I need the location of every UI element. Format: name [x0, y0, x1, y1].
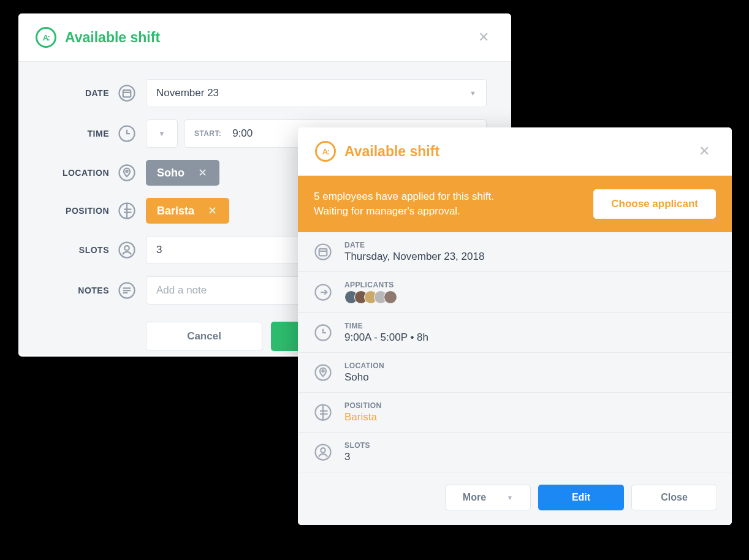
chevron-down-icon: ▼: [470, 89, 476, 97]
time-label: TIME: [36, 129, 109, 138]
banner-line2: Waiting for manager's approval.: [314, 204, 494, 219]
slots-icon: [313, 442, 333, 463]
position-icon: [313, 402, 333, 423]
calendar-icon: [313, 241, 333, 262]
date-label: DATE: [36, 88, 109, 98]
chevron-down-icon: ▼: [159, 130, 165, 137]
detail-position-row: POSITION Barista: [298, 393, 732, 433]
notes-icon: [116, 280, 137, 301]
detail-location-row: LOCATION Soho: [298, 353, 732, 393]
slots-label: SLOTS: [344, 441, 717, 450]
location-icon: [313, 362, 333, 383]
remove-position-icon[interactable]: ✕: [204, 204, 221, 218]
start-prefix: START:: [194, 129, 221, 138]
avatar[interactable]: [384, 290, 397, 304]
position-chip: Barista ✕: [146, 198, 229, 224]
location-chip: Soho ✕: [146, 160, 219, 186]
date-value: Thursday, November 23, 2018: [344, 251, 717, 263]
remove-location-icon[interactable]: ✕: [194, 166, 211, 180]
banner-line1: 5 employees have applied for this shift.: [314, 189, 494, 204]
time-value: 9:00A - 5:00P • 8h: [344, 331, 717, 344]
time-preset-select[interactable]: ▼: [146, 119, 178, 148]
clock-icon: [116, 123, 137, 144]
modal-title: Available shift: [344, 143, 439, 160]
applicant-avatars[interactable]: [344, 290, 717, 304]
detail-slots-row: SLOTS 3: [298, 433, 732, 472]
app-logo-icon: A:: [315, 141, 336, 162]
svg-rect-1: [123, 90, 131, 97]
modal-header: A: Available shift ✕: [18, 13, 511, 62]
detail-time-row: TIME 9:00A - 5:00P • 8h: [298, 313, 732, 353]
svg-point-9: [316, 244, 331, 260]
slots-value: 3: [344, 451, 717, 463]
applicants-label: APPLICANTS: [344, 281, 717, 289]
location-label: LOCATION: [344, 361, 717, 370]
notes-placeholder: Add a note: [156, 284, 207, 297]
close-icon[interactable]: ✕: [694, 141, 715, 162]
location-value: Soho: [344, 371, 717, 384]
date-select[interactable]: November 23 ▼: [146, 79, 487, 107]
close-icon[interactable]: ✕: [473, 27, 494, 48]
time-label: TIME: [344, 322, 717, 330]
more-dropdown[interactable]: More ▼: [445, 485, 531, 510]
notes-label: NOTES: [36, 286, 109, 295]
slots-icon: [116, 240, 137, 260]
date-label: DATE: [344, 241, 717, 249]
status-banner: 5 employees have applied for this shift.…: [298, 176, 732, 232]
svg-point-4: [126, 170, 127, 172]
location-chip-text: Soho: [157, 167, 184, 180]
detail-date-row: DATE Thursday, November 23, 2018: [298, 232, 732, 272]
svg-point-17: [321, 448, 325, 453]
slots-value: 3: [156, 244, 162, 256]
position-value: Barista: [344, 411, 717, 423]
choose-applicant-button[interactable]: Choose applicant: [593, 189, 716, 219]
svg-point-14: [322, 370, 324, 372]
location-icon: [116, 162, 137, 183]
svg-point-7: [124, 246, 129, 251]
detail-applicants-row: APPLICANTS: [298, 272, 732, 313]
close-button[interactable]: Close: [631, 485, 717, 510]
position-icon: [116, 200, 137, 221]
position-label: POSITION: [344, 401, 717, 410]
modal-header: A: Available shift ✕: [298, 127, 732, 176]
modal-footer: More ▼ Edit Close: [298, 472, 732, 525]
clock-icon: [313, 322, 333, 343]
detail-list: DATE Thursday, November 23, 2018 APPLICA…: [298, 232, 732, 525]
banner-text: 5 employees have applied for this shift.…: [314, 189, 494, 219]
position-label: POSITION: [36, 206, 109, 216]
modal-title: Available shift: [65, 29, 160, 46]
svg-rect-10: [319, 249, 327, 255]
chevron-down-icon: ▼: [507, 494, 513, 501]
date-row: DATE November 23 ▼: [36, 79, 487, 107]
location-label: LOCATION: [36, 168, 109, 178]
edit-button[interactable]: Edit: [538, 485, 624, 510]
cancel-button[interactable]: Cancel: [146, 322, 262, 351]
start-value: 9:00: [232, 127, 253, 140]
slots-label: SLOTS: [36, 245, 109, 255]
app-logo-icon: A:: [36, 27, 56, 48]
date-value: November 23: [156, 87, 219, 99]
applicants-icon: [313, 282, 333, 303]
svg-point-0: [120, 86, 135, 101]
shift-detail-modal: A: Available shift ✕ 5 employees have ap…: [298, 127, 732, 525]
position-chip-text: Barista: [157, 205, 194, 218]
calendar-icon: [116, 83, 137, 104]
